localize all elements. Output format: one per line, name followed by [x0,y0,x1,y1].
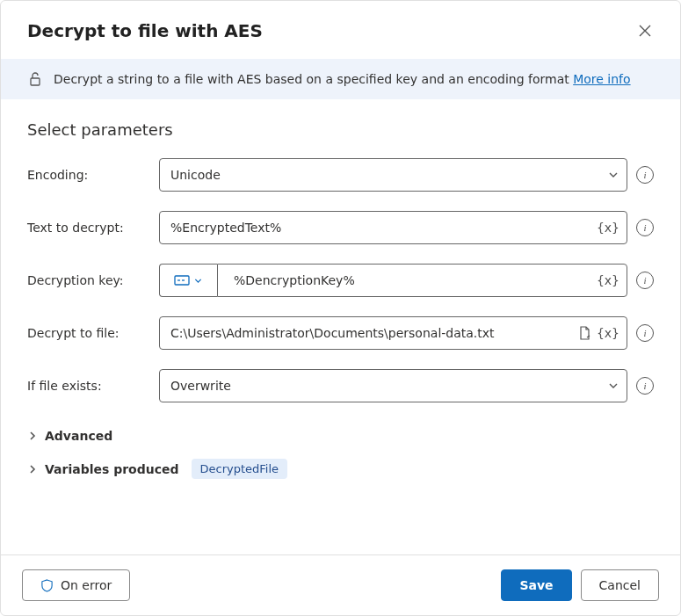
chevron-right-icon [27,431,38,441]
exists-value: Overwrite [170,379,607,393]
chevron-down-icon [607,169,619,181]
exists-select[interactable]: Overwrite [159,369,627,402]
shield-icon [40,579,54,592]
section-heading: Select parameters [27,120,654,139]
variable-icon[interactable]: {x} [597,326,619,340]
file-picker-icon[interactable] [577,326,591,340]
file-input[interactable]: C:\Users\Administrator\Documents\persona… [159,316,627,350]
exists-label: If file exists: [27,379,159,393]
text-label: Text to decrypt: [27,221,159,235]
save-button[interactable]: Save [501,569,571,601]
key-value: %DencryptionKey% [228,273,591,287]
input-type-icon [174,275,190,286]
advanced-expander[interactable]: Advanced [27,429,654,443]
lock-open-icon [27,71,43,87]
text-info-icon[interactable]: i [636,219,654,236]
encoding-value: Unicode [170,168,607,182]
key-type-select[interactable] [159,264,217,297]
chevron-down-icon [607,380,619,392]
close-icon [639,25,651,37]
file-label: Decrypt to file: [27,326,159,340]
cancel-button[interactable]: Cancel [581,569,659,601]
encoding-label: Encoding: [27,168,159,182]
key-label: Decryption key: [27,273,159,287]
svg-rect-0 [31,78,40,85]
encoding-select[interactable]: Unicode [159,158,627,192]
info-banner: Decrypt a string to a file with AES base… [1,59,680,99]
variables-expander[interactable]: Variables produced DecryptedFile [27,459,654,479]
on-error-button[interactable]: On error [22,569,130,601]
chevron-right-icon [27,464,38,475]
variable-badge[interactable]: DecryptedFile [192,459,288,479]
advanced-label: Advanced [45,429,112,443]
key-input[interactable]: %DencryptionKey% {x} [217,264,627,297]
variables-label: Variables produced [45,462,179,476]
info-text: Decrypt a string to a file with AES base… [54,72,573,86]
on-error-label: On error [61,578,112,592]
encoding-info-icon[interactable]: i [636,166,654,184]
dialog-title: Decrypt to file with AES [27,20,263,41]
close-button[interactable] [631,17,659,45]
variable-icon[interactable]: {x} [597,221,619,235]
text-value: %EncryptedText% [170,221,591,235]
key-info-icon[interactable]: i [636,272,654,289]
more-info-link[interactable]: More info [573,72,630,86]
chevron-down-icon [193,276,203,286]
exists-info-icon[interactable]: i [636,377,654,395]
file-info-icon[interactable]: i [636,324,654,342]
file-value: C:\Users\Administrator\Documents\persona… [170,326,572,340]
text-input[interactable]: %EncryptedText% {x} [159,211,627,244]
variable-icon[interactable]: {x} [597,273,619,287]
